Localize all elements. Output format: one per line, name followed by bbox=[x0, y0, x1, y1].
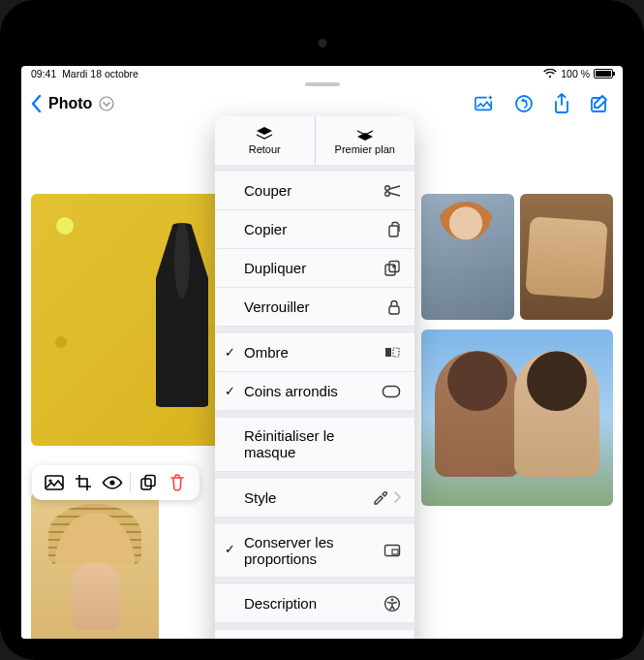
menu-constrain-proportions[interactable]: ✓ Conserver les proportions bbox=[215, 524, 414, 579]
accessibility-icon bbox=[383, 595, 401, 613]
svg-rect-12 bbox=[389, 226, 398, 236]
menu-group-separator bbox=[215, 578, 414, 584]
menu-reset-mask[interactable]: Réinitialiser le masque bbox=[215, 418, 414, 472]
status-date: Mardi 18 octobre bbox=[62, 68, 138, 79]
chevron-right-icon bbox=[393, 491, 401, 503]
menu-cut-label: Couper bbox=[244, 182, 291, 199]
svg-point-11 bbox=[385, 191, 390, 196]
compose-button[interactable] bbox=[590, 94, 609, 113]
eye-icon bbox=[102, 476, 123, 489]
doc-on-doc-icon bbox=[385, 221, 401, 238]
device-camera bbox=[318, 39, 326, 47]
photo-two-friends[interactable] bbox=[421, 330, 613, 506]
status-time: 09:41 bbox=[31, 68, 56, 79]
app-screen: 09:41 Mardi 18 octobre 100 % Photo bbox=[21, 66, 623, 639]
photo-lying-down[interactable] bbox=[520, 194, 613, 320]
nav-right bbox=[474, 93, 615, 114]
menu-description[interactable]: Description bbox=[215, 584, 414, 623]
svg-rect-17 bbox=[393, 348, 399, 357]
menu-group-separator bbox=[215, 623, 414, 630]
wifi-icon bbox=[543, 69, 557, 79]
undo-button[interactable] bbox=[514, 94, 534, 113]
send-backward-label: Retour bbox=[249, 143, 281, 155]
menu-copy[interactable]: Copier bbox=[215, 210, 414, 249]
menu-shadow-label: Ombre bbox=[244, 344, 289, 361]
lock-icon bbox=[387, 299, 401, 316]
selection-toolbar bbox=[32, 465, 199, 500]
chevron-down-circle-icon bbox=[99, 96, 114, 111]
bring-forward-button[interactable]: Premier plan bbox=[316, 116, 415, 165]
menu-lock[interactable]: Verrouiller bbox=[215, 288, 414, 327]
page-title: Photo bbox=[48, 95, 92, 112]
menu-delete[interactable]: Supprimer bbox=[215, 630, 414, 639]
menu-rounded-corners-label: Coins arrondis bbox=[244, 383, 338, 399]
send-backward-button[interactable]: Retour bbox=[215, 116, 316, 165]
menu-constrain-proportions-label: Conserver les proportions bbox=[244, 534, 360, 568]
photo-add-icon bbox=[474, 94, 495, 113]
crop-button[interactable] bbox=[69, 471, 98, 494]
trash-icon bbox=[169, 474, 185, 491]
svg-point-22 bbox=[391, 598, 394, 601]
document-canvas[interactable]: Retour Premier plan Couper Copier bbox=[21, 122, 623, 639]
menu-style-label: Style bbox=[244, 489, 276, 506]
plus-square-on-square-icon bbox=[383, 260, 401, 277]
undo-icon bbox=[514, 94, 534, 113]
photo-straw-hat[interactable] bbox=[31, 492, 159, 639]
nav-left: Photo bbox=[29, 94, 114, 113]
menu-shadow[interactable]: ✓ Ombre bbox=[215, 333, 414, 372]
battery-icon bbox=[594, 69, 613, 79]
svg-point-3 bbox=[516, 96, 532, 111]
status-left: 09:41 Mardi 18 octobre bbox=[31, 68, 138, 79]
chevron-left-icon bbox=[29, 94, 43, 113]
crop-icon bbox=[75, 474, 92, 491]
bring-forward-label: Premier plan bbox=[335, 143, 395, 155]
layers-front-icon bbox=[355, 126, 375, 141]
menu-lock-label: Verrouiller bbox=[244, 299, 310, 315]
aspect-ratio-icon bbox=[383, 544, 401, 557]
menu-group-separator bbox=[215, 327, 414, 333]
checkmark-icon: ✓ bbox=[225, 543, 235, 557]
back-button[interactable] bbox=[29, 94, 43, 113]
status-bar: 09:41 Mardi 18 octobre 100 % bbox=[21, 66, 623, 81]
menu-rounded-corners[interactable]: ✓ Coins arrondis bbox=[215, 372, 414, 411]
copy-style-button[interactable] bbox=[134, 471, 163, 494]
menu-group-separator bbox=[215, 472, 414, 479]
preview-button[interactable] bbox=[98, 471, 127, 494]
context-menu: Retour Premier plan Couper Copier bbox=[215, 116, 414, 639]
arrange-segment: Retour Premier plan bbox=[215, 116, 414, 165]
menu-style[interactable]: Style bbox=[215, 479, 414, 518]
title-dropdown-button[interactable] bbox=[99, 96, 114, 111]
photo-yellow-wall[interactable] bbox=[31, 194, 225, 446]
menu-reset-mask-label: Réinitialiser le masque bbox=[244, 427, 370, 461]
copy-icon bbox=[139, 474, 157, 491]
toolbar-separator bbox=[130, 473, 131, 492]
svg-rect-8 bbox=[141, 479, 151, 489]
menu-cut[interactable]: Couper bbox=[215, 172, 414, 210]
svg-rect-18 bbox=[383, 386, 400, 396]
shadow-icon bbox=[383, 346, 401, 360]
image-icon bbox=[45, 475, 64, 490]
menu-duplicate[interactable]: Dupliquer bbox=[215, 249, 414, 288]
ipad-frame: 09:41 Mardi 18 octobre 100 % Photo bbox=[0, 0, 644, 660]
svg-point-10 bbox=[385, 185, 390, 190]
replace-image-button[interactable] bbox=[40, 471, 69, 494]
eyedropper-icon bbox=[372, 489, 387, 505]
status-right: 100 % bbox=[543, 68, 613, 79]
share-button[interactable] bbox=[553, 93, 570, 114]
delete-button[interactable] bbox=[163, 471, 192, 494]
status-battery-pct: 100 % bbox=[561, 68, 590, 79]
layers-back-icon bbox=[255, 126, 274, 141]
insert-media-button[interactable] bbox=[474, 94, 495, 113]
svg-rect-9 bbox=[145, 476, 155, 487]
menu-description-label: Description bbox=[244, 595, 317, 612]
rounded-rect-icon bbox=[382, 385, 401, 398]
svg-point-7 bbox=[109, 480, 114, 485]
menu-duplicate-label: Dupliquer bbox=[244, 260, 306, 276]
svg-rect-15 bbox=[389, 306, 399, 314]
photo-curly-hair[interactable] bbox=[421, 194, 514, 320]
svg-rect-20 bbox=[392, 550, 398, 554]
menu-copy-label: Copier bbox=[244, 221, 287, 237]
compose-icon bbox=[590, 94, 609, 113]
menu-group-separator bbox=[215, 411, 414, 418]
menu-group-separator bbox=[215, 165, 414, 172]
